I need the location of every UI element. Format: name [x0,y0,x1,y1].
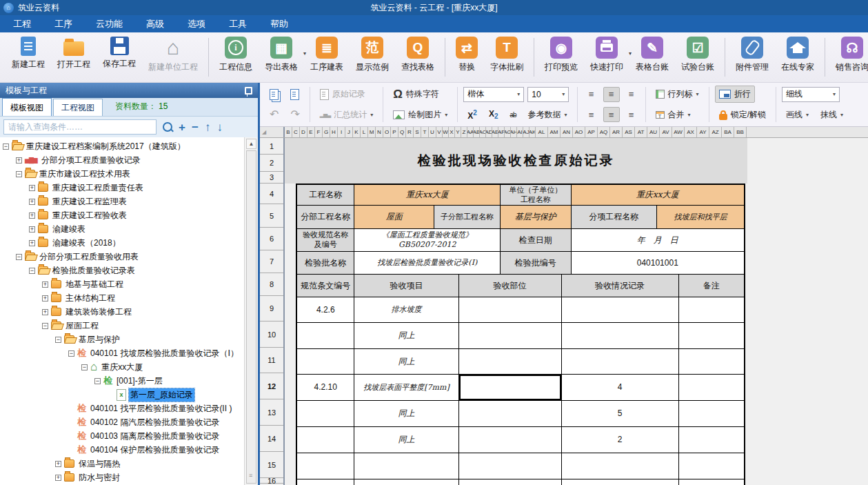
table-cell[interactable]: 找坡层检验批质量验收记录(Ⅰ) [354,252,501,275]
superscript-button[interactable]: X2 [463,106,481,123]
collapse-toggle-icon[interactable]: − [55,337,61,343]
tree-item-label[interactable]: 分部分项工程质量验收用表 [38,250,140,264]
table-cell[interactable] [459,453,562,479]
tree-item[interactable]: +▅▇▆分部分项工程质量验收记录 [0,153,244,167]
table-cell[interactable] [679,479,744,485]
column-header-AJ[interactable]: AJ [523,127,529,137]
table-cell[interactable]: 同上 [354,349,458,375]
column-header-AW[interactable]: AW [672,127,685,137]
table-cell[interactable]: 年 月 日 [572,229,744,252]
online-expert-button[interactable]: 在线专家 [775,37,820,73]
table-cell[interactable] [679,427,744,453]
column-header-AM[interactable]: AM [548,127,561,137]
table-cell[interactable] [679,323,744,349]
tab-template-view[interactable]: 模板视图 [2,98,52,116]
tree-item[interactable]: +地基与基础工程 [0,277,244,291]
table-cell[interactable] [679,349,744,375]
tree-item[interactable]: +渝建竣表（2018） [0,236,244,250]
column-header-AB[interactable]: AB [474,127,480,137]
expand-toggle-icon[interactable]: + [42,281,48,288]
tree-item-label[interactable]: 重庆建设工程质量责任表 [51,181,145,195]
tree-item[interactable]: −重庆建设工程档案编制系统2017（建筑版） [0,139,244,153]
row-header-3[interactable]: 3 [260,172,283,184]
table-cell[interactable] [679,297,744,323]
collapse-toggle-icon[interactable]: − [94,378,101,384]
row-header-1[interactable]: 1 [260,138,283,155]
table-cell[interactable] [562,453,679,479]
quick-print-button[interactable]: ▾快速打印 [584,37,629,73]
column-header-Q[interactable]: Q [398,127,406,137]
table-cell[interactable] [562,297,679,323]
print-preview-button[interactable]: ◉打印预览 [538,37,584,73]
tree-item[interactable]: +防水与密封 [0,471,244,484]
menu-item-6[interactable]: 帮助 [259,15,300,33]
font-size-select[interactable]: 10▾ [527,87,569,102]
table-cell[interactable]: 《屋面工程质量验收规范》 GB50207-2012 [354,229,501,252]
row-header-9[interactable]: 9 [260,296,283,321]
column-header-T[interactable]: T [421,127,429,137]
tree-item[interactable]: +重庆建设工程验收表 [0,208,244,222]
table-cell[interactable]: 040101001 [572,252,744,275]
row-header-6[interactable]: 6 [260,228,283,250]
table-cell[interactable] [297,323,354,349]
table-cell[interactable] [459,349,562,375]
row-header-7[interactable]: 7 [260,250,283,273]
tree-item-label[interactable]: 地基与基础工程 [64,278,125,291]
move-down-button[interactable]: ↓ [216,121,223,133]
replace-button[interactable]: ⇄替换 [450,37,484,73]
column-header-AK[interactable]: AK [529,127,536,137]
draw-picture-button[interactable]: 绘制图片▾ [389,106,452,123]
tree-item[interactable]: 检040104 保护层检验批质量验收记录 [0,443,244,457]
tree-item-label[interactable]: 重庆市建设工程技术用表 [38,168,132,181]
column-header-F[interactable]: F [315,127,323,137]
table-cell[interactable]: 验收项目 [354,275,458,297]
table-cell[interactable]: 5 [562,401,679,427]
valign-bottom-button[interactable]: ≡ [623,87,640,102]
column-header-AR[interactable]: AR [610,127,623,137]
table-cell[interactable] [679,375,744,401]
lock-unlock-button[interactable]: 锁定/解锁 [715,106,770,123]
summary-stats-button[interactable]: ▂▅▃汇总统计▾ [316,106,377,123]
collapse-toggle-icon[interactable]: − [16,171,22,177]
sheet-canvas[interactable]: 检验批现场验收检查原始记录 工程名称重庆xx大厦单位（子单位） 工程名称重庆xx… [285,138,868,485]
table-cell[interactable] [354,453,458,479]
strikethrough-button[interactable]: ab [505,108,520,121]
column-header-AP[interactable]: AP [585,127,598,137]
column-header-M[interactable]: M [368,127,376,137]
expand-toggle-icon[interactable]: + [29,212,35,219]
expand-toggle-icon[interactable]: + [16,157,22,164]
show-sample-button[interactable]: 范显示范例 [350,37,395,73]
expand-toggle-icon[interactable]: + [55,461,61,467]
column-header-J[interactable]: J [345,127,353,137]
table-cell[interactable] [297,453,354,479]
reference-data-button[interactable]: 参考数据▾ [524,106,572,123]
column-header-X[interactable]: X [449,127,455,137]
tree-item-label[interactable]: 基层与保护 [77,333,121,346]
tree-item[interactable]: +渝建竣表 [0,222,244,236]
table-cell[interactable] [297,349,354,375]
search-icon[interactable] [163,122,172,132]
test-ledger-button[interactable]: ☑试验台账 [675,37,720,73]
column-header-AY[interactable]: AY [697,127,709,137]
collapse-toggle-icon[interactable]: − [68,350,74,357]
table-cell[interactable]: 验收规范名称 及编号 [297,229,354,252]
tree-item-label[interactable]: [001]-第一层 [115,375,164,388]
table-cell[interactable]: 工程名称 [297,185,354,206]
tree-item-label[interactable]: 防水与密封 [77,471,121,484]
table-cell[interactable]: 规范条文编号 [297,275,354,297]
expand-toggle-icon[interactable]: + [42,309,48,315]
table-cell[interactable] [459,297,562,323]
tree-scrollbar[interactable]: ▲ [244,137,258,485]
table-cell[interactable]: 同上 [354,323,458,349]
move-up-button[interactable]: ↑ [205,121,211,133]
sales-consult-button[interactable]: ☊销售咨询 [829,37,868,73]
table-cell[interactable]: 重庆xx大厦 [572,185,744,206]
tree-item[interactable]: −分部分项工程质量验收用表 [0,250,244,264]
tree-item[interactable]: 第一层_原始记录 [0,388,244,402]
project-info-button[interactable]: i工程信息 [213,37,259,73]
row-header-10[interactable]: 10 [260,321,283,348]
tree-item[interactable]: −检040101 找坡层检验批质量验收记录（Ⅰ） [0,346,244,360]
column-header-AE[interactable]: AE [492,127,498,137]
column-header-U[interactable]: U [429,127,436,137]
column-header-AT[interactable]: AT [635,127,647,137]
